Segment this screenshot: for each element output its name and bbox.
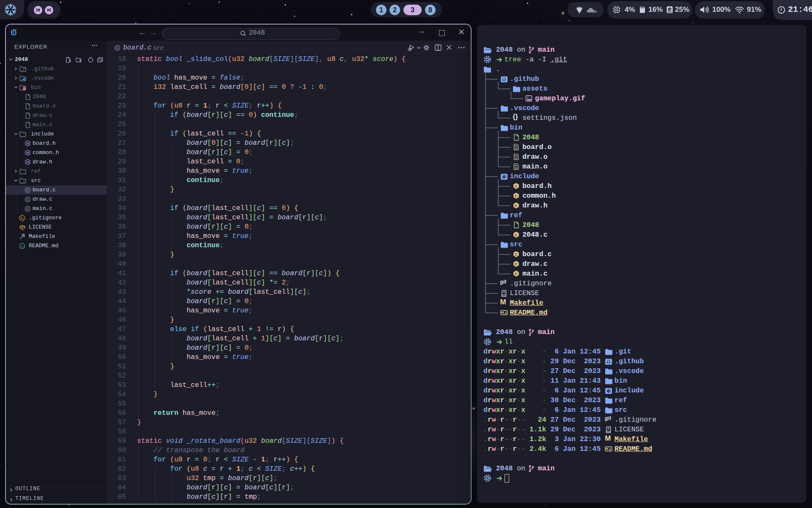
svg-text:C: C <box>26 197 29 202</box>
svg-text:H: H <box>26 160 29 164</box>
svg-text:C: C <box>26 207 29 211</box>
svg-text:C: C <box>116 46 119 50</box>
svg-text:H: H <box>26 151 29 155</box>
svg-text:H: H <box>26 141 29 146</box>
svg-text:C: C <box>26 188 29 192</box>
